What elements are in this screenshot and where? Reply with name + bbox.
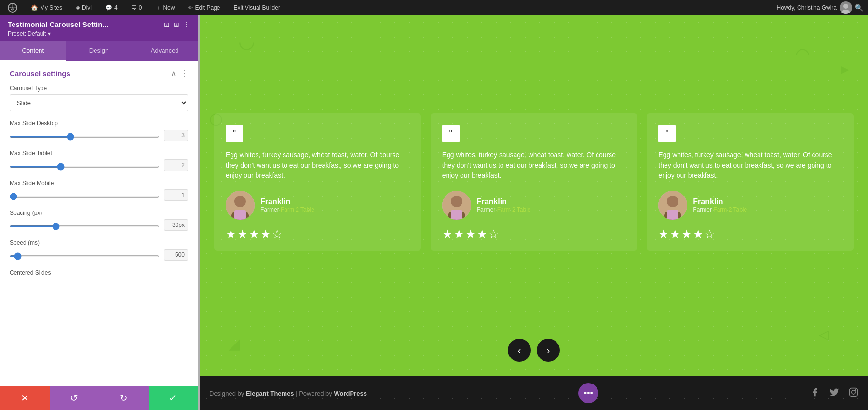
author-row-1: Franklin Farmer Farm 2 Table (226, 191, 409, 220)
author-name-1: Franklin (260, 198, 314, 206)
svg-point-17 (852, 390, 855, 394)
author-name-3: Franklin (693, 198, 747, 206)
author-info-3: Franklin Farmer Farm 2 Table (693, 198, 747, 213)
spacing-slider[interactable] (10, 225, 159, 227)
svg-point-2 (843, 4, 848, 9)
max-slide-mobile-slider-container (10, 191, 159, 199)
author-name-2: Franklin (477, 198, 531, 206)
social-links (810, 387, 858, 399)
facebook-icon[interactable] (810, 387, 820, 399)
max-slide-tablet-slider-container (10, 161, 159, 170)
author-link-1[interactable]: Farm 2 Table (281, 206, 314, 213)
svg-text:W: W (10, 6, 14, 11)
instagram-icon[interactable] (849, 387, 858, 399)
author-link-3[interactable]: Farm 2 Table (713, 206, 747, 213)
comment-icon: 💬 (105, 4, 112, 11)
collapse-icon[interactable]: ∧ (171, 69, 176, 78)
panel-tabs: Content Design Advanced (0, 41, 198, 61)
tab-design[interactable]: Design (66, 41, 132, 61)
svg-rect-16 (850, 388, 858, 396)
stars-2: ★★★★☆ (442, 227, 626, 241)
divi-icon: ◈ (76, 4, 80, 11)
search-icon[interactable]: 🔍 (855, 4, 863, 12)
author-role-2: Farmer Farm 2 Table (477, 206, 531, 213)
preset-selector[interactable]: Preset: Default ▾ (8, 30, 190, 37)
svg-point-3 (842, 10, 850, 14)
speed-label: Speed (ms) (10, 239, 188, 246)
layout-icon[interactable]: ⊞ (174, 21, 179, 28)
svg-rect-11 (451, 210, 462, 220)
edit-icon: ✏ (188, 4, 193, 11)
edit-page-button[interactable]: ✏ Edit Page (185, 0, 223, 15)
panel-title: Testimonial Carousel Settin... (8, 20, 108, 28)
section-more-icon[interactable]: ⋮ (180, 69, 188, 78)
svg-rect-15 (667, 210, 678, 220)
max-slide-desktop-label: Max Slide Desktop (10, 120, 188, 127)
wp-logo-button[interactable]: W (5, 0, 20, 15)
quote-icon-1: " (226, 125, 243, 142)
prev-button[interactable]: ‹ (508, 339, 531, 362)
author-avatar-2 (442, 191, 471, 220)
author-role-3: Farmer Farm 2 Table (693, 206, 747, 213)
save-button[interactable]: ✓ (149, 386, 198, 410)
tab-advanced[interactable]: Advanced (132, 41, 198, 61)
carousel-area: " Egg whites, turkey sausage, wheat toas… (200, 15, 868, 339)
testimonial-card-3: " Egg whites, turkey sausage, wheat toas… (647, 113, 854, 251)
speed-slider[interactable] (10, 255, 159, 257)
max-slide-mobile-field: Max Slide Mobile 1 (10, 180, 188, 201)
section-title: Carousel settings (10, 69, 70, 78)
max-slide-mobile-slider[interactable] (10, 196, 159, 198)
speed-slider-container (10, 251, 159, 259)
expand-icon[interactable]: ⊡ (164, 21, 170, 28)
quote-icon-2: " (442, 125, 460, 142)
max-slide-desktop-value: 3 (164, 130, 188, 141)
more-icon[interactable]: ⋮ (183, 21, 190, 28)
max-slide-desktop-slider[interactable] (10, 136, 159, 138)
author-info-2: Franklin Farmer Farm 2 Table (477, 198, 531, 213)
twitter-icon[interactable] (829, 387, 839, 399)
speed-value: 500 (164, 249, 188, 261)
max-slide-desktop-slider-container (10, 131, 159, 140)
undo-button[interactable]: ↺ (50, 386, 99, 410)
carousel-type-label: Carousel Type (10, 85, 188, 92)
svg-point-13 (667, 196, 678, 207)
speed-field: Speed (ms) 500 (10, 239, 188, 261)
author-row-3: Franklin Farmer Farm 2 Table (658, 191, 842, 220)
fab-button[interactable]: ••• (578, 383, 598, 403)
my-sites-button[interactable]: 🏠 My Sites (28, 0, 65, 15)
divi-button[interactable]: ◈ Divi (73, 0, 95, 15)
next-button[interactable]: › (537, 339, 560, 362)
max-slide-tablet-value: 2 (164, 159, 188, 171)
centered-slides-label: Centered Slides (10, 269, 188, 276)
spacing-slider-container (10, 221, 159, 229)
comment-button[interactable]: 💬 4 (102, 0, 121, 15)
testimonial-text-2: Egg whites, turkey sausage, wheat toast,… (442, 150, 626, 181)
home-icon: 🏠 (31, 4, 38, 11)
panel-header: Testimonial Carousel Settin... ⊡ ⊞ ⋮ Pre… (0, 15, 198, 41)
max-slide-desktop-field: Max Slide Desktop 3 (10, 120, 188, 141)
canvas-footer: Designed by Elegant Themes | Powered by … (200, 376, 868, 410)
svg-point-18 (855, 389, 856, 390)
author-link-2[interactable]: Farm 2 Table (497, 206, 531, 213)
tab-content[interactable]: Content (0, 41, 66, 61)
cancel-button[interactable]: ✕ (0, 386, 50, 410)
comments-zero-button[interactable]: 🗨 0 (128, 0, 145, 15)
exit-visual-builder-button[interactable]: Exit Visual Builder (231, 0, 283, 15)
carousel-type-select[interactable]: Slide Fade Coverflow (10, 94, 188, 111)
wp-admin-bar: W 🏠 My Sites ◈ Divi 💬 4 🗨 0 ＋ New ✏ Edit… (0, 0, 868, 15)
max-slide-tablet-slider[interactable] (10, 166, 159, 168)
avatar (840, 1, 852, 14)
author-info-1: Franklin Farmer Farm 2 Table (260, 198, 314, 213)
section-controls: ∧ ⋮ (171, 69, 188, 78)
canvas: ◡ ◠ ◢ ◯ ▶ ◁ " Egg whites, turkey sausage… (200, 15, 868, 410)
author-avatar-1 (226, 191, 255, 220)
panel-body: Carousel settings ∧ ⋮ Carousel Type Slid… (0, 61, 198, 386)
max-slide-mobile-value: 1 (164, 189, 188, 201)
new-button[interactable]: ＋ New (152, 0, 177, 15)
redo-button[interactable]: ↻ (99, 386, 149, 410)
testimonial-card-1: " Egg whites, turkey sausage, wheat toas… (214, 113, 421, 251)
panel-title-icons: ⊡ ⊞ ⋮ (164, 21, 190, 28)
max-slide-tablet-field: Max Slide Tablet 2 (10, 150, 188, 171)
author-row-2: Franklin Farmer Farm 2 Table (442, 191, 626, 220)
stars-3: ★★★★☆ (658, 227, 842, 241)
